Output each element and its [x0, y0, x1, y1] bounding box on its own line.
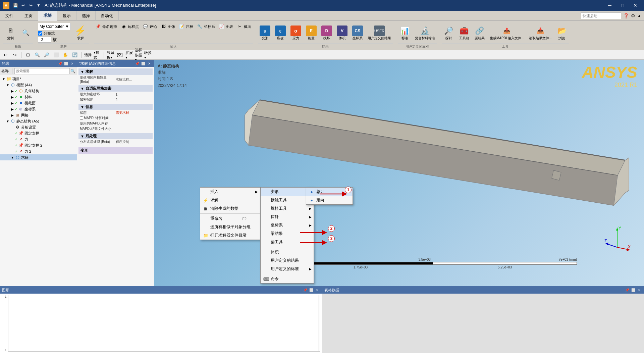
named-sel-btn[interactable]: 📌 命名选择	[94, 22, 119, 31]
tree-item-analysis-settings[interactable]: ▶ ⚙ 分析设置	[0, 124, 77, 130]
tab-file[interactable]: 文件	[0, 11, 19, 21]
tree-item-model[interactable]: ▼ ⬡ 模型 (A4)	[0, 82, 77, 88]
ctx-rename[interactable]: 重命名 F2	[200, 214, 260, 223]
merge-result-btn[interactable]: 🔗 凝结果	[473, 24, 487, 41]
maximize-button[interactable]: □	[616, 1, 629, 10]
tree-item-force1[interactable]: ▶ ✓ ↗ 力	[0, 136, 77, 142]
toggle-coordsys[interactable]: ▶	[10, 107, 15, 111]
tree-item-material[interactable]: ▶ ✓ ■ 材料	[0, 94, 77, 100]
probe-btn[interactable]: 🔎 探针	[442, 24, 456, 41]
cores-input[interactable]	[38, 37, 51, 43]
toggle-project[interactable]: ▼	[1, 77, 6, 81]
close-button[interactable]: ✕	[629, 1, 641, 10]
tb-zoom-out[interactable]: 🔎	[43, 51, 51, 59]
tree-item-section[interactable]: ▶ ✓ ■ 横截面	[0, 100, 77, 106]
solve-button[interactable]: ⚡ 求解	[72, 24, 89, 41]
tree-item-fixed1[interactable]: ▶ ✓ 📌 固定支撑	[0, 130, 77, 136]
pin-icon[interactable]: 📌	[57, 61, 63, 66]
stress-btn[interactable]: σ 应力	[289, 24, 303, 41]
tb-transform[interactable]: 转换▾	[144, 51, 152, 59]
ctx-clear[interactable]: 🗑 清除生成的数据	[200, 204, 260, 213]
toggle-geometry[interactable]: ▶	[10, 89, 15, 93]
chart-btn[interactable]: 📈 图表	[217, 22, 235, 31]
ctx-open-dir[interactable]: 📁 打开求解器文件目录	[200, 231, 260, 240]
qa-redo[interactable]: ↪	[28, 2, 34, 9]
sub-bolt-tool[interactable]: 螺栓工具	[261, 204, 314, 213]
image-btn[interactable]: 🖼 图像	[159, 22, 177, 31]
qa-dropdown[interactable]: ▼	[35, 2, 42, 9]
copy-btn[interactable]: ⎘ 复制	[3, 24, 17, 41]
toggle-section[interactable]: ▶	[10, 101, 15, 105]
strain-btn[interactable]: ε 应变	[273, 24, 287, 41]
help-icon[interactable]: ❓	[623, 13, 629, 18]
tb-select-dep[interactable]: 选择依据▾	[135, 51, 143, 59]
quick-search-input[interactable]	[581, 12, 621, 19]
tab-select[interactable]: 选择	[76, 11, 96, 21]
tab-home[interactable]: 主页	[19, 11, 38, 21]
coord-sys2-btn[interactable]: CS 坐标系	[351, 24, 365, 41]
tb-space[interactable]: [空]	[116, 51, 124, 59]
tree-item-mesh[interactable]: ▶ ⊞ 网格	[0, 112, 77, 118]
section-btn[interactable]: ✂ 截面	[235, 22, 253, 31]
sub-command[interactable]: ⌨ 命令	[261, 275, 314, 283]
toggle-solution[interactable]: ▼	[10, 155, 15, 160]
toggle-static-struct[interactable]: ▼	[5, 119, 10, 123]
extract-result-btn[interactable]: 📥 读取结果文件...	[527, 24, 553, 41]
toolbox-btn[interactable]: 🧰 工具箱	[457, 24, 471, 41]
tree-item-solution[interactable]: ▼ ⬡ 求解	[0, 154, 77, 160]
tb-zoom-in[interactable]: 🔍	[33, 51, 41, 59]
mapdl-time-checkbox[interactable]	[80, 116, 83, 120]
table-close-icon[interactable]: ✕	[637, 287, 642, 293]
coord-btn[interactable]: 🔧 坐标系	[196, 22, 217, 31]
user-result-btn[interactable]: USER 用户定义的结果	[366, 24, 393, 41]
energy-btn[interactable]: E 能量	[304, 24, 318, 41]
toggle-model[interactable]: ▼	[5, 83, 10, 87]
sub-probe[interactable]: 探针	[261, 213, 314, 221]
close-panel-icon[interactable]: ✕	[69, 61, 75, 66]
ctx-insert[interactable]: 插入	[200, 188, 260, 196]
tb-redo[interactable]: ↪	[11, 51, 19, 59]
detail-section-postproc-title[interactable]: ▼后处理	[78, 133, 153, 139]
settings-icon[interactable]: ⚙	[631, 13, 635, 18]
tb-mode-btn[interactable]: ▾模式	[93, 51, 101, 59]
sub-user-result[interactable]: 用户定义的结果	[261, 256, 314, 265]
table-pin-icon[interactable]: 📌	[625, 287, 630, 293]
tb-rotate[interactable]: 🔄	[71, 51, 79, 59]
detail-float-icon[interactable]: ⬜	[141, 61, 146, 66]
tb-zoom-fit[interactable]: ⊡	[24, 51, 32, 59]
tab-display[interactable]: 显示	[57, 11, 76, 21]
tree-item-static-struct[interactable]: ▼ ⬡ 静态结构 (A5)	[0, 118, 77, 124]
comment-btn[interactable]: 💬 评论	[141, 22, 159, 31]
float-icon[interactable]: ⬜	[63, 61, 69, 66]
minimize-ribbon-icon[interactable]: ▲	[637, 13, 641, 18]
tb-expand[interactable]: 扩展▾	[125, 51, 133, 59]
sub-user-standard[interactable]: 用户定义的标准	[261, 265, 314, 273]
qa-save[interactable]: 💾	[12, 2, 19, 9]
tab-auto[interactable]: 自动化	[96, 11, 119, 21]
composite-btn[interactable]: 🔬 复合材料标准	[413, 24, 437, 41]
outline-search-input[interactable]	[14, 68, 70, 74]
remote-pt-btn[interactable]: ◉ 远程点	[119, 22, 141, 31]
detail-section-solve-title[interactable]: ▼求解	[78, 68, 153, 75]
tb-pan[interactable]: ✋	[61, 51, 69, 59]
toggle-mesh[interactable]: ▶	[10, 113, 15, 117]
tb-undo[interactable]: ↩	[1, 51, 9, 59]
tree-item-geometry[interactable]: ▶ ✓ ⬡ 几何结构	[0, 88, 77, 94]
tree-item-project[interactable]: ▼ 📁 项目*	[0, 76, 77, 82]
std-btn[interactable]: 📊 标准	[398, 24, 412, 41]
outline-search-icon[interactable]: 🔍	[70, 69, 75, 73]
tab-solve[interactable]: 求解	[38, 11, 57, 21]
ctx-solve[interactable]: ⚡ 求解	[200, 196, 260, 204]
mapdl-export-btn[interactable]: 📤 生成MAPDL输入文件...	[488, 24, 526, 41]
sub-volume[interactable]: 体积	[261, 248, 314, 256]
table-float-icon[interactable]: ⬜	[631, 287, 636, 293]
browse-btn[interactable]: 📂 浏览	[555, 24, 569, 41]
tb-zoom-box[interactable]: ⬜	[52, 51, 60, 59]
search-btn[interactable]: 🔍	[19, 27, 33, 39]
dist-check[interactable]	[38, 31, 42, 36]
toggle-material[interactable]: ▶	[10, 95, 15, 99]
tb-select-mode[interactable]: 选择	[84, 51, 92, 59]
deform-btn[interactable]: u 变形	[258, 24, 272, 41]
tree-item-fixed2[interactable]: ▶ ✓ 📌 固定支撑 2	[0, 142, 77, 148]
minimize-button[interactable]: ─	[604, 1, 616, 10]
